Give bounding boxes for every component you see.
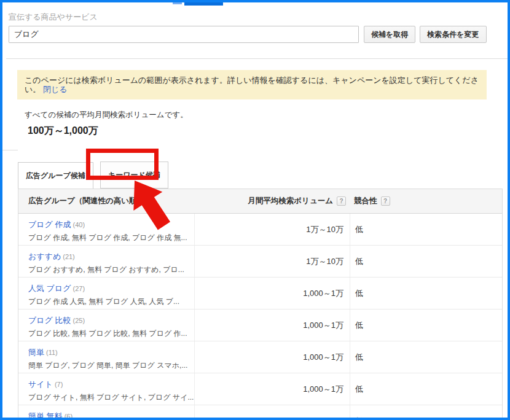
ad-group-cell: 簡単(11) 簡単 ブログ, ブログ 簡単, 簡単 ブログ スマホ,...: [18, 341, 194, 373]
table-row: ブログ 作成(40) ブログ 作成, 無料 ブログ 作成, ブログ 作成 無..…: [18, 214, 502, 246]
volume-cell: 1万～10万: [194, 246, 350, 277]
column-header-ad-group: 広告グループ（関連性の高い順）: [18, 189, 194, 213]
table-row: 簡単 無料(6) ブログ 無料 簡単, 簡単 ブログ 無料, 簡単 無... 1…: [18, 405, 502, 420]
ad-group-link[interactable]: ブログ 作成: [28, 220, 71, 229]
help-icon[interactable]: ?: [381, 196, 390, 206]
get-ideas-button[interactable]: 候補を取得: [364, 26, 415, 43]
volume-cell: 1万～10万: [194, 214, 350, 245]
ad-group-keywords: 簡単 ブログ, ブログ 簡単, 簡単 ブログ スマホ,...: [28, 360, 190, 371]
ad-group-link[interactable]: 簡単: [28, 348, 44, 357]
search-input[interactable]: [9, 26, 359, 43]
ad-group-cell: サイト(7) ブログ サイト, 無料 ブログ サイト, ブログ サイ...: [18, 373, 194, 405]
ad-group-count: (21): [63, 253, 75, 260]
table-header: 広告グループ（関連性の高い順） 月間平均検索ボリューム ? 競合性 ?: [18, 189, 502, 214]
volume-cell: 1,000～1万: [194, 373, 350, 405]
volume-cell: 100～1,000: [194, 405, 350, 420]
ad-group-count: (7): [55, 381, 63, 388]
ad-group-link[interactable]: 簡単 無料: [28, 411, 63, 420]
column-header-competition: 競合性 ?: [350, 189, 502, 213]
search-form: 候補を取得 検索条件を変更: [9, 26, 508, 43]
column-header-volume: 月間平均検索ボリューム ?: [194, 189, 350, 213]
volume-cell: 1,000～1万: [194, 278, 350, 309]
ad-group-link[interactable]: ブログ 比較: [28, 316, 71, 325]
ad-group-cell: 人気 ブログ(27) ブログ 作成 人気, 無料 ブログ 人気, 人気 ブ...: [18, 278, 194, 309]
tab-keyword-ideas[interactable]: キーワード候補: [100, 161, 168, 189]
ad-group-cell: ブログ 作成(40) ブログ 作成, 無料 ブログ 作成, ブログ 作成 無..…: [18, 214, 194, 245]
ad-group-keywords: ブログ 比較, 無料 ブログ 比較, 無料 ブログ 作...: [28, 329, 190, 339]
table-row: 簡単(11) 簡単 ブログ, ブログ 簡単, 簡単 ブログ スマホ,... 1,…: [18, 341, 502, 373]
ad-group-link[interactable]: サイト: [28, 379, 53, 389]
help-icon[interactable]: ?: [337, 196, 346, 206]
notice-close-link[interactable]: 閉じる: [43, 85, 68, 94]
ad-group-keywords: ブログ 作成, 無料 ブログ 作成, ブログ 作成 無...: [28, 233, 190, 243]
summary-volume-range: 100万～1,000万: [28, 125, 508, 136]
volume-cell: 1,000～1万: [194, 341, 350, 373]
ad-group-count: (6): [65, 413, 73, 420]
competition-cell: 低: [350, 373, 502, 405]
modify-search-button[interactable]: 検索条件を変更: [420, 26, 486, 43]
ad-group-cell: ブログ 比較(25) ブログ 比較, 無料 ブログ 比較, 無料 ブログ 作..…: [18, 309, 194, 341]
ad-group-count: (11): [46, 349, 58, 356]
competition-cell: 低: [350, 246, 502, 277]
notice-banner: このページには検索ボリュームの範囲が表示されます。詳しい情報を確認するには、キャ…: [17, 70, 487, 99]
tab-bar: 広告グループ候補 キーワード候補: [18, 161, 508, 189]
ad-group-cell: 簡単 無料(6) ブログ 無料 簡単, 簡単 ブログ 無料, 簡単 無...: [18, 405, 194, 420]
table-row: 人気 ブログ(27) ブログ 作成 人気, 無料 ブログ 人気, 人気 ブ...…: [18, 278, 502, 309]
ad-group-count: (25): [73, 317, 85, 324]
summary-caption: すべての候補の平均月間検索ボリュームです。: [25, 111, 508, 119]
top-accent-light: [173, 2, 182, 4]
ad-group-keywords: ブログ 作成 人気, 無料 ブログ 人気, 人気 ブ...: [28, 297, 190, 307]
ad-group-keywords: ブログ おすすめ, 無料 ブログ おすすめ, ブロ...: [28, 265, 190, 275]
ad-group-link[interactable]: 人気 ブログ: [28, 284, 71, 293]
table-row: サイト(7) ブログ サイト, 無料 ブログ サイト, ブログ サイ... 1,…: [18, 373, 502, 405]
table-row: ブログ 比較(25) ブログ 比較, 無料 ブログ 比較, 無料 ブログ 作..…: [18, 309, 502, 341]
pre-tab-line: [2, 150, 18, 150]
table-body: ブログ 作成(40) ブログ 作成, 無料 ブログ 作成, ブログ 作成 無..…: [18, 214, 502, 420]
competition-cell: 低: [350, 309, 502, 341]
competition-cell: 低: [350, 405, 502, 420]
keyword-planner-page: 宣伝する商品やサービス 候補を取得 検索条件を変更 このページには検索ボリューム…: [0, 0, 510, 420]
table-row: おすすめ(21) ブログ おすすめ, 無料 ブログ おすすめ, ブロ... 1万…: [18, 246, 502, 278]
ad-group-keywords: ブログ サイト, 無料 ブログ サイト, ブログ サイ...: [28, 392, 190, 403]
tab-ad-group-ideas[interactable]: 広告グループ候補: [18, 162, 93, 189]
notice-text: このページには検索ボリュームの範囲が表示されます。詳しい情報を確認するには、キャ…: [25, 76, 479, 94]
competition-cell: 低: [350, 341, 502, 373]
results-table: 広告グループ（関連性の高い順） 月間平均検索ボリューム ? 競合性 ? ブログ …: [18, 189, 503, 420]
section-divider: [6, 58, 508, 59]
top-accent-bar: [184, 2, 223, 6]
ad-group-cell: おすすめ(21) ブログ おすすめ, 無料 ブログ おすすめ, ブロ...: [18, 246, 194, 277]
competition-cell: 低: [350, 278, 502, 309]
ad-group-link[interactable]: おすすめ: [28, 252, 61, 261]
competition-cell: 低: [350, 214, 502, 245]
ad-group-count: (27): [73, 285, 85, 292]
volume-cell: 1,000～1万: [194, 309, 350, 341]
ad-group-count: (40): [73, 221, 85, 228]
search-field-label: 宣伝する商品やサービス: [9, 12, 508, 21]
